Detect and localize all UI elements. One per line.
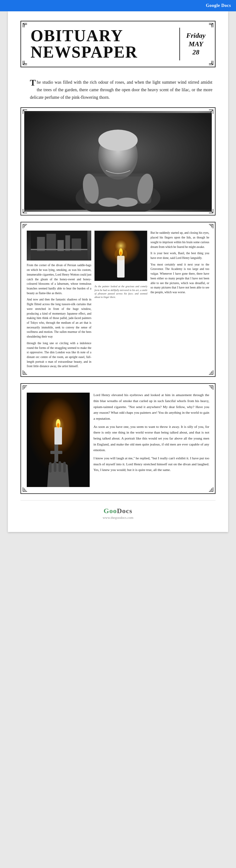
- date-day: Friday: [186, 31, 205, 40]
- mid-center-col: As the painter looked at the gracious an…: [94, 230, 147, 371]
- svg-point-18: [98, 198, 120, 207]
- mid-corner-br: [204, 366, 214, 375]
- mid-corner-bl: [22, 366, 32, 375]
- footer-url: www.thegoodocs.com: [21, 516, 215, 519]
- photo-corner-tl: [22, 109, 32, 119]
- candle-hand-photo: [27, 392, 90, 488]
- header-divider: [179, 28, 180, 60]
- mid-left-text: From the corner of the divan of Persian …: [27, 263, 91, 369]
- corner-ornament-tr: [204, 23, 214, 32]
- newspaper-title: Obituary Newspaper: [31, 28, 173, 60]
- svg-rect-27: [31, 249, 87, 250]
- mid-corner-tr: [204, 224, 214, 233]
- mid-right-col: But he suddenly started up, and closing …: [150, 230, 209, 371]
- topbar: Google Docs: [0, 0, 236, 11]
- google-docs-logo: Google Docs: [206, 3, 231, 8]
- intro-paragraph: The studio was filled with the rich odou…: [21, 73, 215, 104]
- photo-corner-br: [204, 204, 214, 214]
- main-photo: [24, 111, 212, 212]
- svg-line-0: [23, 23, 25, 25]
- svg-rect-38: [54, 427, 62, 444]
- svg-line-2: [23, 63, 25, 65]
- bottom-corner-bl: [22, 483, 32, 492]
- corner-ornament-br: [204, 56, 214, 65]
- svg-point-40: [57, 423, 59, 428]
- corner-ornament-bl: [22, 56, 32, 65]
- footer: GooDocs www.thegoodocs.com: [21, 500, 215, 523]
- photo-corner-bl: [22, 204, 32, 214]
- center-portrait-photo: [94, 230, 147, 281]
- mid-caption: As the painter looked at the gracious an…: [94, 285, 147, 299]
- svg-rect-21: [31, 249, 87, 260]
- publication-date: Friday MAY 28: [186, 28, 205, 60]
- svg-point-19: [116, 198, 138, 207]
- svg-line-4: [23, 110, 26, 112]
- svg-rect-37: [50, 451, 62, 454]
- date-number: 28: [192, 48, 199, 56]
- photo-corner-tr: [204, 109, 214, 119]
- header-section: Obituary Newspaper Friday MAY 28: [21, 21, 215, 67]
- svg-line-3: [211, 63, 213, 65]
- bottom-corner-br: [204, 483, 214, 492]
- svg-point-33: [115, 248, 127, 261]
- middle-section: From the corner of the divan of Persian …: [21, 222, 215, 377]
- svg-rect-23: [47, 234, 56, 251]
- small-shelf-photo: [27, 230, 91, 260]
- mid-right-text: But he suddenly started up, and closing …: [150, 230, 209, 294]
- footer-logo: GooDocs: [21, 507, 215, 515]
- title-line2: Newspaper: [31, 44, 173, 60]
- svg-line-7: [210, 211, 213, 213]
- document: Obituary Newspaper Friday MAY 28 The stu…: [8, 11, 228, 532]
- svg-rect-15: [91, 177, 145, 201]
- bottom-section: Lord Henry elevated his eyebrows and loo…: [21, 383, 215, 494]
- mid-left-col: From the corner of the divan of Persian …: [27, 230, 91, 371]
- main-photo-section: [21, 107, 215, 216]
- title-line1: Obituary: [31, 28, 173, 44]
- bottom-right-text: Lord Henry elevated his eyebrows and loo…: [93, 392, 209, 488]
- corner-ornament-tl: [22, 23, 32, 32]
- mid-row: From the corner of the divan of Persian …: [24, 225, 212, 374]
- bottom-row: Lord Henry elevated his eyebrows and loo…: [24, 386, 212, 491]
- svg-line-6: [23, 211, 26, 213]
- svg-line-5: [210, 110, 213, 112]
- bottom-corner-tr: [204, 385, 214, 395]
- svg-rect-25: [65, 235, 70, 251]
- svg-point-14: [98, 130, 138, 151]
- bottom-corner-tl: [22, 385, 32, 395]
- date-month: MAY: [188, 40, 203, 48]
- header-content: Obituary Newspaper Friday MAY 28: [24, 25, 212, 64]
- svg-line-1: [211, 23, 213, 25]
